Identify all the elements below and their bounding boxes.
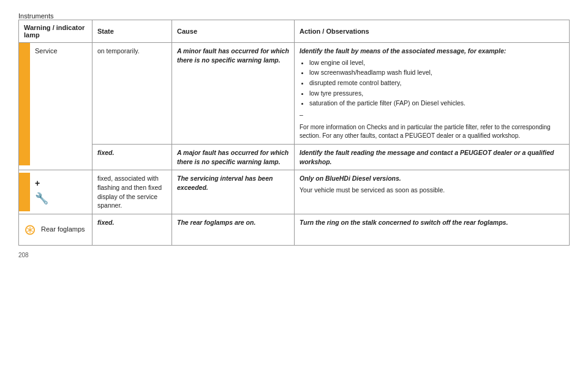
col-header-cause: Cause — [172, 20, 295, 43]
wrench-icon: 🔧 — [35, 191, 48, 206]
list-item: disrupted remote control battery, — [309, 78, 564, 88]
lamp-cell-service: Service — [19, 43, 92, 170]
orange-bar-wrench — [19, 173, 30, 211]
action-extra-3: Your vehicle must be serviced as soon as… — [300, 186, 564, 195]
action-bold-2: Identify the fault reading the message a… — [300, 149, 554, 165]
col-header-state: State — [92, 20, 172, 43]
service-label: Service — [35, 47, 58, 55]
list-item: low engine oil level, — [309, 58, 564, 67]
list-item: low screenwash/headlamp wash fluid level… — [309, 68, 564, 77]
foglight-icon: ⊛ — [24, 219, 36, 240]
table-row: + 🔧 fixed, associated with flashing and … — [19, 170, 570, 214]
cause-text-1: A minor fault has occurred for which the… — [177, 47, 289, 64]
state-cell-2: fixed. — [92, 144, 172, 170]
cause-cell-1: A minor fault has occurred for which the… — [172, 43, 295, 145]
lamp-cell-foglight: ⊛ Rear foglamps — [19, 214, 92, 245]
state-cell-3: fixed, associated with flashing and then… — [92, 170, 172, 214]
page-number: 208 — [18, 252, 570, 258]
table-row: ⊛ Rear foglamps fixed. The rear foglamps… — [19, 214, 570, 245]
lamp-cell-wrench: + 🔧 — [19, 170, 92, 214]
action-cell-2: Identify the fault reading the message a… — [295, 144, 570, 170]
state-text-3: fixed, associated with flashing and then… — [97, 175, 162, 209]
cause-text-4: The rear foglamps are on. — [177, 219, 255, 226]
state-cell-4: fixed. — [92, 214, 172, 245]
action-cell-1: Identify the fault by means of the assoc… — [295, 43, 570, 145]
action-footer-1: For more information on Checks and in pa… — [300, 123, 564, 140]
cause-cell-3: The servicing interval has been exceeded… — [172, 170, 295, 214]
action-bold-1: Identify the fault by means of the assoc… — [300, 47, 506, 55]
header-title: Instruments — [18, 12, 53, 20]
action-cell-3: Only on BlueHDi Diesel versions. Your ve… — [295, 170, 570, 214]
warning-lamp-table: Warning / indicator lamp State Cause Act… — [18, 20, 570, 246]
cause-text-2: A major fault has occurred for which the… — [177, 149, 288, 165]
foglight-label: Rear foglamps — [41, 225, 85, 234]
table-row: fixed. A major fault has occurred for wh… — [19, 144, 570, 170]
action-list-1: low engine oil level, low screenwash/hea… — [309, 58, 564, 108]
table-row: Service on temporarily. A minor fault ha… — [19, 43, 570, 145]
action-cell-4: Turn the ring on the stalk concerned to … — [295, 214, 570, 245]
col-header-action: Action / Observations — [295, 20, 570, 43]
col-header-lamp: Warning / indicator lamp — [19, 20, 92, 43]
state-text-4: fixed. — [97, 219, 114, 226]
state-text-1: on temporarily. — [97, 47, 140, 55]
list-item: saturation of the particle filter (FAP) … — [309, 99, 564, 108]
action-bold-4: Turn the ring on the stalk concerned to … — [300, 219, 508, 226]
action-bold-3: Only on BlueHDi Diesel versions. — [300, 175, 401, 182]
plus-icon: + — [35, 178, 40, 190]
cause-cell-4: The rear foglamps are on. — [172, 214, 295, 245]
page-header: Instruments — [18, 12, 570, 20]
cause-text-3: The servicing interval has been exceeded… — [177, 175, 273, 191]
cause-cell-2: A major fault has occurred for which the… — [172, 144, 295, 170]
action-extra-1: – — [300, 110, 564, 119]
state-text-2: fixed. — [97, 149, 114, 156]
state-cell-1: on temporarily. — [92, 43, 172, 145]
orange-bar-service — [19, 43, 30, 165]
list-item: low tyre pressures, — [309, 89, 564, 98]
